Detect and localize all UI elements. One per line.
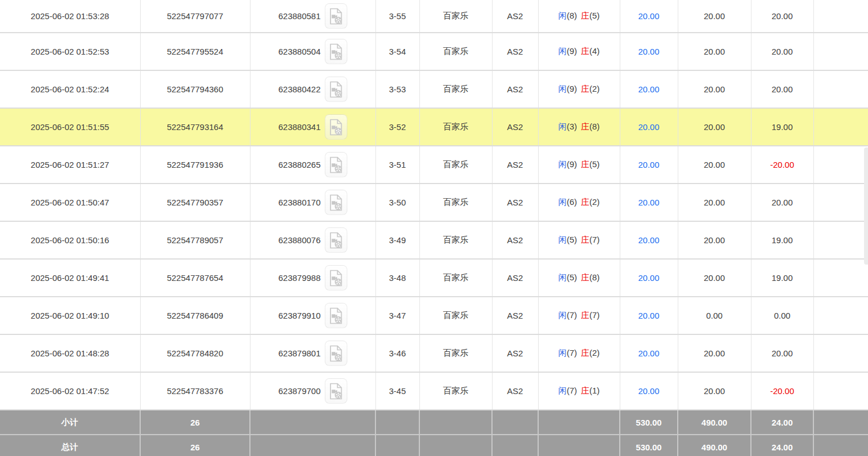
game-type-cell: 百家乐 bbox=[419, 334, 492, 372]
bet-number-cell: 522547789057 bbox=[140, 221, 250, 259]
game-number-value: 623880581 bbox=[278, 11, 320, 21]
player-result-score: (7) bbox=[567, 348, 577, 357]
video-replay-button[interactable] bbox=[325, 378, 347, 404]
video-replay-button[interactable] bbox=[325, 152, 347, 177]
bet-amount-cell: 20.00 bbox=[620, 108, 678, 146]
video-replay-button[interactable] bbox=[325, 77, 347, 102]
game-number-cell: 623880422 bbox=[250, 70, 375, 108]
subtotal-empty-cell bbox=[250, 410, 375, 435]
video-replay-button[interactable] bbox=[325, 227, 347, 253]
round-cell: 3-51 bbox=[375, 146, 419, 184]
total-label: 总计 bbox=[0, 435, 140, 456]
bet-number-cell: 522547787654 bbox=[140, 259, 250, 297]
bet-number-cell: 522547784820 bbox=[140, 334, 250, 372]
game-type-cell: 百家乐 bbox=[419, 297, 492, 334]
time-cell: 2025-06-02 01:51:55 bbox=[0, 108, 140, 146]
table-name-cell: AS2 bbox=[492, 221, 538, 259]
result-cell: 闲(9)庄(4) bbox=[538, 33, 620, 70]
round-cell: 3-47 bbox=[375, 297, 419, 334]
video-replay-button[interactable] bbox=[325, 190, 347, 215]
result-cell: 闲(9)庄(2) bbox=[538, 70, 620, 108]
valid-amount-cell: 20.00 bbox=[678, 334, 751, 372]
banker-result-score: (2) bbox=[589, 197, 599, 207]
bet-table-body: 2025-06-02 01:53:28 522547797077 6238805… bbox=[0, 0, 868, 456]
bet-amount-link[interactable]: 20.00 bbox=[638, 348, 660, 358]
table-name-cell: AS2 bbox=[492, 108, 538, 146]
summary-row-subtotal: 小计 26 530.00 490.00 24.00 bbox=[0, 410, 868, 435]
game-type-cell: 百家乐 bbox=[419, 0, 492, 33]
table-name-cell: AS2 bbox=[492, 33, 538, 70]
extra-cell bbox=[813, 259, 868, 297]
table-row[interactable]: 2025-06-02 01:49:10 522547786409 6238799… bbox=[0, 297, 868, 334]
banker-result-label: 庄 bbox=[581, 11, 589, 20]
win-loss-cell: 19.00 bbox=[751, 221, 813, 259]
video-file-icon bbox=[329, 345, 343, 362]
valid-amount-cell: 20.00 bbox=[678, 221, 751, 259]
round-cell: 3-50 bbox=[375, 184, 419, 221]
bet-amount-cell: 20.00 bbox=[620, 259, 678, 297]
result-cell: 闲(7)庄(1) bbox=[538, 372, 620, 410]
win-loss-cell: 20.00 bbox=[751, 0, 813, 33]
table-row[interactable]: 2025-06-02 01:49:41 522547787654 6238799… bbox=[0, 259, 868, 297]
total-empty-cell bbox=[419, 435, 492, 456]
round-cell: 3-45 bbox=[375, 372, 419, 410]
table-row[interactable]: 2025-06-02 01:52:24 522547794360 6238804… bbox=[0, 70, 868, 108]
player-result-score: (8) bbox=[567, 11, 577, 20]
banker-result-label: 庄 bbox=[581, 310, 589, 320]
extra-cell bbox=[813, 334, 868, 372]
extra-cell bbox=[813, 146, 868, 184]
win-loss-cell: 20.00 bbox=[751, 33, 813, 70]
video-file-icon bbox=[329, 157, 343, 173]
bet-amount-link[interactable]: 20.00 bbox=[638, 311, 660, 320]
table-row[interactable]: 2025-06-02 01:52:53 522547795524 6238805… bbox=[0, 33, 868, 70]
game-number-value: 623879801 bbox=[278, 348, 320, 358]
bet-amount-link[interactable]: 20.00 bbox=[638, 84, 660, 94]
total-empty-cell bbox=[813, 435, 868, 456]
table-row[interactable]: 2025-06-02 01:50:47 522547790357 6238801… bbox=[0, 184, 868, 221]
time-cell: 2025-06-02 01:53:28 bbox=[0, 0, 140, 33]
total-empty-cell bbox=[492, 435, 538, 456]
video-file-icon bbox=[329, 270, 343, 287]
time-cell: 2025-06-02 01:51:27 bbox=[0, 146, 140, 184]
time-cell: 2025-06-02 01:49:41 bbox=[0, 259, 140, 297]
table-row[interactable]: 2025-06-02 01:47:52 522547783376 6238797… bbox=[0, 372, 868, 410]
bet-amount-link[interactable]: 20.00 bbox=[638, 386, 660, 396]
bet-amount-link[interactable]: 20.00 bbox=[638, 160, 660, 169]
bet-number-cell: 522547786409 bbox=[140, 297, 250, 334]
bet-amount-link[interactable]: 20.00 bbox=[638, 273, 660, 283]
game-number-cell: 623880341 bbox=[250, 108, 375, 146]
game-number-value: 623879988 bbox=[278, 273, 320, 283]
video-replay-button[interactable] bbox=[325, 265, 347, 290]
bet-amount-link[interactable]: 20.00 bbox=[638, 11, 660, 21]
table-name-cell: AS2 bbox=[492, 372, 538, 410]
valid-amount-cell: 20.00 bbox=[678, 146, 751, 184]
table-row[interactable]: 2025-06-02 01:53:28 522547797077 6238805… bbox=[0, 0, 868, 33]
table-row[interactable]: 2025-06-02 01:50:16 522547789057 6238800… bbox=[0, 221, 868, 259]
win-loss-cell: 20.00 bbox=[751, 70, 813, 108]
subtotal-label: 小计 bbox=[0, 410, 140, 435]
valid-amount-cell: 20.00 bbox=[678, 372, 751, 410]
game-number-cell: 623880170 bbox=[250, 184, 375, 221]
game-type-cell: 百家乐 bbox=[419, 221, 492, 259]
bet-amount-link[interactable]: 20.00 bbox=[638, 122, 660, 132]
table-row[interactable]: 2025-06-02 01:51:55 522547793164 6238803… bbox=[0, 108, 868, 146]
bet-amount-link[interactable]: 20.00 bbox=[638, 235, 660, 245]
bet-amount-link[interactable]: 20.00 bbox=[638, 198, 660, 207]
player-result-score: (9) bbox=[567, 159, 577, 169]
total-empty-cell bbox=[250, 435, 375, 456]
table-row[interactable]: 2025-06-02 01:48:28 522547784820 6238798… bbox=[0, 334, 868, 372]
scrollbar-thumb[interactable] bbox=[864, 147, 868, 265]
table-row[interactable]: 2025-06-02 01:51:27 522547791936 6238802… bbox=[0, 146, 868, 184]
video-replay-button[interactable] bbox=[325, 303, 347, 328]
video-replay-button[interactable] bbox=[325, 114, 347, 140]
valid-amount-cell: 20.00 bbox=[678, 259, 751, 297]
player-result-label: 闲 bbox=[558, 310, 567, 320]
video-replay-button[interactable] bbox=[325, 341, 347, 366]
banker-result-score: (2) bbox=[589, 84, 599, 93]
video-replay-button[interactable] bbox=[325, 3, 347, 29]
video-file-icon bbox=[329, 8, 343, 25]
video-replay-button[interactable] bbox=[325, 39, 347, 64]
video-file-icon bbox=[329, 81, 343, 98]
bet-amount-link[interactable]: 20.00 bbox=[638, 47, 660, 56]
win-loss-cell: 19.00 bbox=[751, 259, 813, 297]
